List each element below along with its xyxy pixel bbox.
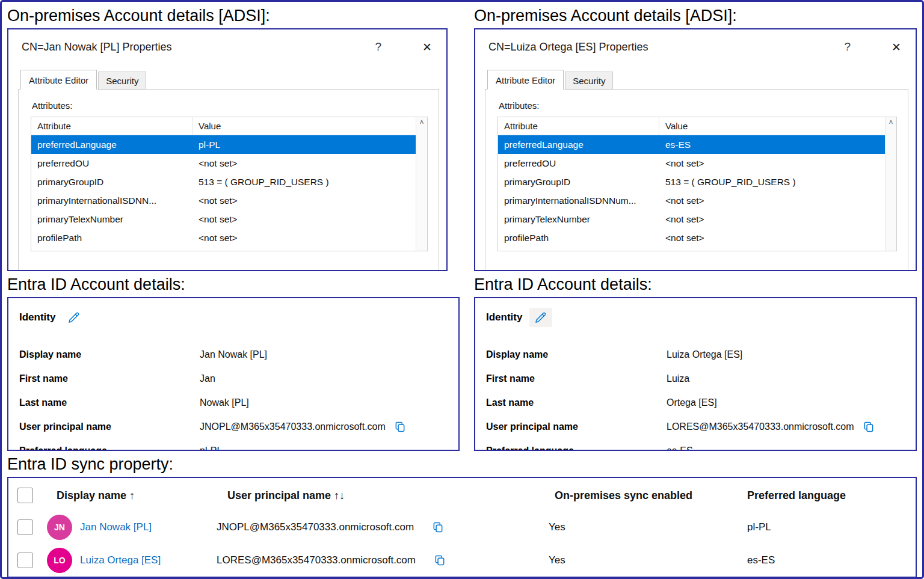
attribute-row[interactable]: primaryTelexNumber <not set> xyxy=(498,210,885,228)
adsi-heading: On-premises Account details [ADSI]: xyxy=(7,6,448,26)
attribute-row[interactable]: profilePath <not set> xyxy=(31,228,416,247)
attribute-row[interactable]: primaryGroupID 513 = ( GROUP_RID_USERS ) xyxy=(31,173,416,191)
attribute-editor-page: Attributes: Attribute Value preferredLan… xyxy=(18,89,439,270)
field-label: First name xyxy=(486,373,667,384)
dialog-tabs: Attribute Editor Security xyxy=(487,69,916,89)
column-value[interactable]: Value xyxy=(659,117,885,135)
close-icon[interactable]: ✕ xyxy=(892,40,901,54)
attribute-value: es-ES xyxy=(659,139,885,150)
entra-row: Entra ID Account details: Identity Displ… xyxy=(7,274,917,451)
attribute-row[interactable]: primaryTelexNumber <not set> xyxy=(31,210,416,228)
field-value: Luiza Ortega [ES] xyxy=(667,349,742,360)
scroll-up-icon[interactable]: ˄ xyxy=(886,117,896,128)
attributes-label: Attributes: xyxy=(499,100,899,111)
field-label: Preferred language xyxy=(19,446,200,451)
attribute-row[interactable]: preferredOU <not set> xyxy=(498,154,885,173)
attribute-row[interactable]: profilePath <not set> xyxy=(498,228,885,247)
attribute-name: primaryInternationalISDNN... xyxy=(31,195,192,206)
attribute-name: primaryInternationalISDNNum... xyxy=(498,195,659,206)
attribute-row[interactable]: preferredOU <not set> xyxy=(31,154,416,173)
help-button[interactable]: ? xyxy=(375,40,382,54)
field-label: Preferred language xyxy=(486,446,667,451)
attribute-name: primaryTelexNumber xyxy=(31,214,192,225)
attribute-value: <not set> xyxy=(659,158,885,169)
field-label: Display name xyxy=(486,349,667,360)
sync-heading: Entra ID sync property: xyxy=(7,455,917,474)
edit-pencil-icon[interactable] xyxy=(529,308,552,327)
identity-panel: Identity Display name Jan Nowak [PL] Fir… xyxy=(7,297,460,451)
attribute-row[interactable]: primaryGroupID 513 = ( GROUP_RID_USERS ) xyxy=(498,173,885,191)
scrollbar[interactable]: ˄ xyxy=(885,117,896,251)
avatar: JN xyxy=(47,515,72,540)
properties-dialog: CN=Luiza Ortega [ES] Properties ? ✕ Attr… xyxy=(475,29,916,270)
attribute-name: primaryTelexNumber xyxy=(498,214,659,225)
copy-icon[interactable] xyxy=(863,421,875,433)
close-icon[interactable]: ✕ xyxy=(422,40,432,54)
adsi-section-luiza: On-premises Account details [ADSI]: CN=L… xyxy=(474,5,917,271)
attribute-name: preferredOU xyxy=(31,158,192,169)
column-display-name[interactable]: Display name ↑ xyxy=(42,489,217,502)
select-all-checkbox[interactable] xyxy=(17,488,33,503)
attribute-value: 513 = ( GROUP_RID_USERS ) xyxy=(659,177,885,188)
copy-icon[interactable] xyxy=(434,554,446,566)
attributes-table: Attribute Value preferredLanguage pl-PL … xyxy=(31,117,428,251)
attribute-value: <not set> xyxy=(659,214,885,225)
field-value: pl-PL xyxy=(200,446,222,451)
tab-security[interactable]: Security xyxy=(98,72,146,90)
attribute-name: preferredLanguage xyxy=(31,139,192,150)
tab-security[interactable]: Security xyxy=(565,72,613,90)
field-value: LORES@M365x35470333.onmicrosoft.com xyxy=(667,421,854,432)
column-attribute[interactable]: Attribute xyxy=(31,117,192,135)
attribute-editor-page: Attributes: Attribute Value preferredLan… xyxy=(485,89,908,270)
dialog-tabs: Attribute Editor Security xyxy=(20,69,446,89)
field-row: First name Jan xyxy=(19,367,446,391)
user-link[interactable]: Jan Nowak [PL] xyxy=(80,521,152,533)
sync-section: Entra ID sync property: Display name ↑ U… xyxy=(7,455,917,578)
page-root: On-premises Account details [ADSI]: CN=J… xyxy=(0,0,924,579)
attribute-row[interactable]: preferredLanguage es-ES xyxy=(498,135,885,154)
field-value: Nowak [PL] xyxy=(200,397,249,408)
identity-title: Identity xyxy=(19,311,55,323)
tab-attribute-editor[interactable]: Attribute Editor xyxy=(487,70,564,90)
edit-pencil-icon[interactable] xyxy=(63,308,85,327)
attribute-name: profilePath xyxy=(498,233,659,244)
attribute-row[interactable]: preferredLanguage pl-PL xyxy=(31,135,416,154)
field-row: User principal name JNOPL@M365x35470333.… xyxy=(19,415,446,439)
attribute-value: <not set> xyxy=(192,158,416,169)
attribute-value: 513 = ( GROUP_RID_USERS ) xyxy=(192,177,416,188)
field-value: Jan xyxy=(200,373,215,384)
attributes-table-header: Attribute Value xyxy=(498,117,885,135)
attribute-row[interactable]: primaryInternationalISDNNum... <not set> xyxy=(498,191,885,210)
field-row: Preferred language pl-PL xyxy=(19,439,446,451)
user-link[interactable]: Luiza Ortega [ES] xyxy=(80,554,161,566)
properties-dialog: CN=Jan Nowak [PL] Properties ? ✕ Attribu… xyxy=(8,29,446,270)
scroll-up-icon[interactable]: ˄ xyxy=(416,117,427,128)
copy-icon[interactable] xyxy=(394,421,406,433)
dialog-title: CN=Jan Nowak [PL] Properties xyxy=(22,41,375,54)
column-upn[interactable]: User principal name ↑↓ xyxy=(217,489,546,502)
field-row: Last name Ortega [ES] xyxy=(486,391,904,415)
attributes-label: Attributes: xyxy=(32,100,430,111)
column-preferred-language[interactable]: Preferred language xyxy=(745,489,916,502)
row-checkbox[interactable] xyxy=(17,519,33,535)
tab-attribute-editor[interactable]: Attribute Editor xyxy=(20,70,97,90)
dialog-title: CN=Luiza Ortega [ES] Properties xyxy=(488,41,845,54)
scrollbar[interactable]: ˄ xyxy=(416,117,427,251)
column-value[interactable]: Value xyxy=(192,117,416,135)
entra-section-jan: Entra ID Account details: Identity Displ… xyxy=(7,274,460,451)
sync-table-header: Display name ↑ User principal name ↑↓ On… xyxy=(8,480,916,510)
dialog-titlebar: CN=Luiza Ortega [ES] Properties ? ✕ xyxy=(475,29,916,62)
avatar: LO xyxy=(47,548,72,573)
adsi-section-jan: On-premises Account details [ADSI]: CN=J… xyxy=(7,5,448,271)
attribute-value: <not set> xyxy=(659,233,885,244)
row-checkbox[interactable] xyxy=(17,553,33,568)
column-attribute[interactable]: Attribute xyxy=(498,117,659,135)
attribute-row[interactable]: primaryInternationalISDNN... <not set> xyxy=(31,191,416,210)
field-label: User principal name xyxy=(19,421,200,432)
copy-icon[interactable] xyxy=(432,521,444,533)
column-sync-enabled[interactable]: On-premises sync enabled xyxy=(546,489,745,502)
entra-heading: Entra ID Account details: xyxy=(7,275,460,295)
field-value: Luiza xyxy=(667,373,689,384)
field-row: Preferred language es-ES xyxy=(486,439,904,451)
help-button[interactable]: ? xyxy=(845,40,851,54)
